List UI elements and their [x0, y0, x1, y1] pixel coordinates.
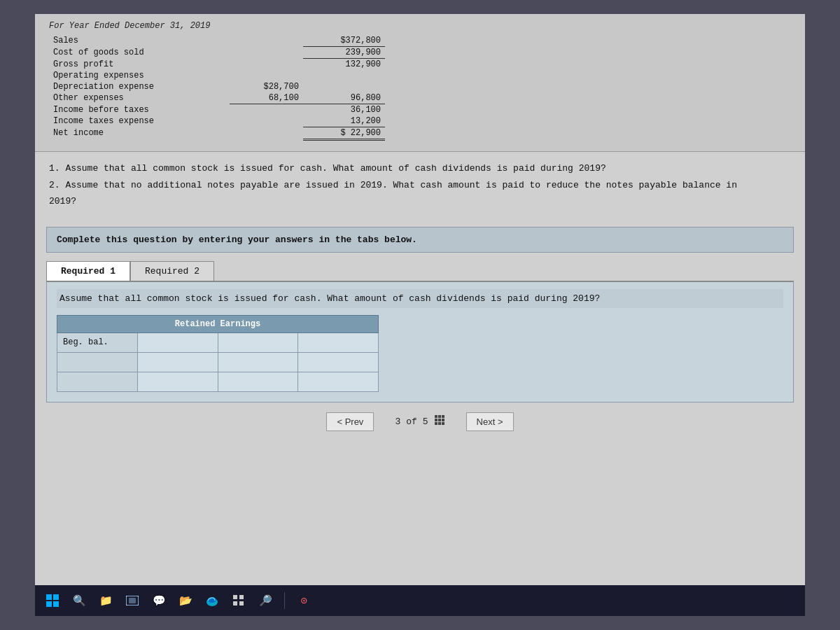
income-col1 [230, 70, 303, 81]
svg-rect-5 [442, 419, 444, 421]
income-col1 [230, 127, 303, 140]
income-col2: 239,900 [303, 47, 385, 59]
next-button[interactable]: Next > [466, 412, 514, 431]
svg-rect-4 [438, 419, 441, 421]
tabs-container: Required 1 Required 2 Assume that all co… [46, 261, 794, 402]
teams-icon[interactable]: 💬 [148, 590, 169, 611]
table-row: Gross profit 132,900 [49, 59, 385, 71]
retained-earnings-label-empty [57, 372, 138, 391]
retained-earnings-cell[interactable] [137, 352, 218, 372]
table-row: Operating expenses [49, 70, 385, 81]
page-of-text: of [406, 416, 417, 427]
retained-earnings-cell[interactable] [137, 332, 218, 352]
income-col1: 68,100 [230, 92, 303, 104]
income-col2 [303, 81, 385, 92]
income-label: Sales [49, 35, 230, 47]
income-col1: $28,700 [230, 81, 303, 92]
windows-start-icon[interactable] [42, 590, 63, 611]
income-col2: 132,900 [303, 59, 385, 71]
tab-content: Assume that all common stock is issued f… [46, 282, 794, 402]
edge-icon[interactable] [202, 590, 223, 611]
svg-rect-0 [435, 415, 438, 418]
retained-earnings-cell[interactable] [218, 372, 298, 391]
svg-rect-16 [239, 601, 244, 606]
income-col1 [230, 104, 303, 116]
svg-rect-14 [239, 595, 244, 599]
table-row: Depreciation expense $28,700 [49, 81, 385, 92]
window-icon[interactable] [122, 590, 143, 611]
income-col2: $372,800 [303, 35, 385, 47]
income-label: Net income [49, 127, 230, 140]
income-col2: $ 22,900 [303, 127, 385, 140]
income-label: Depreciation expense [49, 81, 230, 92]
main-container: For Year Ended December 31, 2019 Sales $… [35, 14, 805, 616]
tabs-row: Required 1 Required 2 [46, 261, 794, 282]
income-col1 [230, 35, 303, 47]
income-label: Other expenses [49, 92, 230, 104]
income-label: Income taxes expense [49, 115, 230, 127]
tab-required1-label: Required 1 [61, 266, 115, 276]
question-1: 1. Assume that all common stock is issue… [49, 162, 791, 176]
question-2: 2. Assume that no additional notes payab… [49, 178, 791, 192]
complete-box: Complete this question by entering your … [46, 227, 794, 253]
svg-rect-8 [442, 422, 444, 425]
search-taskbar-icon[interactable]: 🔍 [69, 590, 90, 611]
tab-required1[interactable]: Required 1 [46, 261, 130, 281]
question-2b: 2019? [49, 195, 791, 209]
retained-earnings-cell[interactable] [218, 352, 298, 372]
page-total: 5 [423, 416, 428, 427]
svg-rect-10 [129, 598, 136, 603]
svg-rect-7 [438, 422, 441, 425]
income-label: Income before taxes [49, 104, 230, 116]
table-row: Cost of goods sold 239,900 [49, 47, 385, 59]
income-col2: 13,200 [303, 115, 385, 127]
retained-earnings-cell[interactable] [298, 332, 379, 352]
complete-box-text: Complete this question by entering your … [57, 234, 417, 245]
page-indicator: 3 of 5 [395, 414, 444, 428]
page-current: 3 [395, 416, 400, 427]
tab-required2-label: Required 2 [145, 266, 200, 276]
file-explorer-icon[interactable]: 📁 [95, 590, 116, 611]
beg-bal-label: Beg. bal. [57, 332, 138, 352]
retained-earnings-row-2 [57, 352, 379, 372]
income-table: Sales $372,800 Cost of goods sold 239,90… [49, 35, 385, 141]
tab-content-question: Assume that all common stock is issued f… [57, 289, 783, 308]
income-col2: 36,100 [303, 104, 385, 116]
retained-earnings-row-beg: Beg. bal. [57, 332, 379, 352]
income-label: Cost of goods sold [49, 47, 230, 59]
income-col2: 96,800 [303, 92, 385, 104]
income-label: Operating expenses [49, 70, 230, 81]
retained-earnings-header: Retained Earnings [57, 315, 379, 332]
prev-button[interactable]: < Prev [326, 412, 374, 431]
table-row: Other expenses 68,100 96,800 [49, 92, 385, 104]
income-label: Gross profit [49, 59, 230, 71]
retained-earnings-cell[interactable] [298, 352, 379, 372]
tab-required2[interactable]: Required 2 [130, 261, 214, 281]
table-row: Income taxes expense 13,200 [49, 115, 385, 127]
taskbar-separator [284, 592, 285, 609]
income-col1 [230, 47, 303, 59]
svg-rect-1 [438, 415, 441, 418]
folder-icon[interactable]: 📂 [175, 590, 196, 611]
app-launcher-icon[interactable] [228, 590, 249, 611]
next-button-label: Next > [477, 416, 503, 427]
questions-section: 1. Assume that all common stock is issue… [35, 152, 805, 218]
navigation-row: < Prev 3 of 5 Next > [35, 402, 805, 438]
table-row: Sales $372,800 [49, 35, 385, 47]
prev-button-label: < Prev [337, 416, 363, 427]
search2-icon[interactable]: 🔎 [255, 590, 276, 611]
income-col2 [303, 70, 385, 81]
taskbar: 🔍 📁 💬 📂 [35, 585, 805, 616]
retained-earnings-table: Retained Earnings Beg. bal. [57, 315, 379, 392]
income-col1 [230, 115, 303, 127]
income-statement-section: For Year Ended December 31, 2019 Sales $… [35, 14, 805, 152]
power-icon[interactable]: ⊙ [293, 590, 314, 611]
svg-rect-6 [435, 422, 438, 425]
retained-earnings-cell[interactable] [137, 372, 218, 391]
income-col1 [230, 59, 303, 71]
retained-earnings-cell[interactable] [298, 372, 379, 391]
retained-earnings-cell[interactable] [218, 332, 298, 352]
income-title: For Year Ended December 31, 2019 [49, 21, 791, 31]
svg-rect-2 [442, 415, 444, 418]
svg-rect-13 [233, 595, 237, 599]
